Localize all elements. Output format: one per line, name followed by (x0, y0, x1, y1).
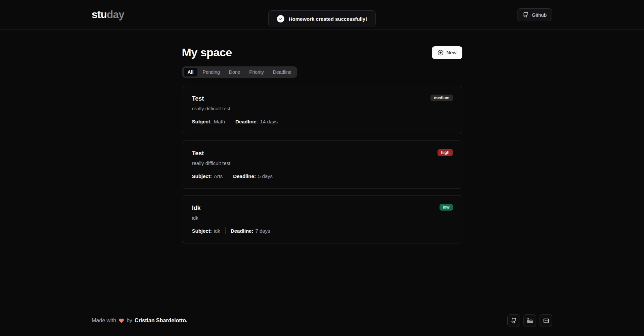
card-description: really difficult test (192, 160, 452, 166)
logo-stu: stu (92, 9, 107, 20)
subject-label: Subject: (192, 119, 212, 124)
deadline-value: 5 days (258, 173, 273, 179)
meta-separator (228, 173, 228, 179)
mail-icon (543, 318, 549, 324)
meta-separator (225, 227, 226, 234)
linkedin-link-button[interactable] (523, 314, 536, 327)
priority-badge: high (438, 149, 453, 156)
card-description: really difficult test (192, 106, 452, 112)
priority-badge: medium (430, 95, 453, 101)
subject-value: Arts (214, 173, 223, 179)
homework-card[interactable]: Idk idk Subject: idk Deadline: 7 days lo… (182, 195, 462, 243)
tab-done[interactable]: Done (225, 68, 244, 76)
github-icon (523, 12, 529, 18)
check-circle-icon (277, 15, 284, 22)
priority-badge: low (440, 204, 453, 211)
logo[interactable]: studay (92, 9, 124, 21)
new-homework-button[interactable]: New (432, 46, 462, 59)
plus-circle-icon (438, 50, 444, 56)
github-link-button[interactable] (507, 314, 520, 327)
main-content: My space New All Pending Done Priority D… (182, 30, 462, 243)
mail-link-button[interactable] (540, 314, 552, 327)
card-description: idk (192, 215, 452, 221)
github-icon (511, 318, 517, 324)
footer-credit: Made with by Cristian Sbardelotto. (92, 318, 187, 324)
card-title: Idk (192, 204, 452, 212)
github-button-label: Github (532, 12, 547, 18)
made-with-text: Made with (92, 318, 116, 324)
tab-pending[interactable]: Pending (198, 68, 224, 76)
deadline-value: 7 days (255, 228, 270, 234)
filter-tabs: All Pending Done Priority Deadline (182, 66, 297, 78)
footer: Made with by Cristian Sbardelotto. (0, 305, 644, 336)
by-text: by (127, 318, 132, 324)
header: studay Homework created successfully! Gi… (0, 0, 644, 30)
subject-label: Subject: (192, 228, 212, 234)
deadline-label: Deadline: (231, 228, 254, 234)
meta-separator (230, 118, 230, 125)
homework-card[interactable]: Test really difficult test Subject: Math… (182, 86, 462, 134)
deadline-label: Deadline: (235, 119, 258, 124)
card-title: Test (192, 150, 452, 157)
toast-message: Homework created successfully! (289, 16, 367, 22)
tab-all[interactable]: All (184, 68, 198, 76)
subject-value: idk (214, 228, 220, 234)
author-link[interactable]: Cristian Sbardelotto. (135, 318, 187, 324)
logo-day: day (107, 9, 124, 20)
linkedin-icon (527, 318, 533, 324)
deadline-label: Deadline: (233, 173, 256, 179)
homework-list: Test really difficult test Subject: Math… (182, 86, 462, 243)
card-title: Test (192, 95, 452, 102)
tab-deadline[interactable]: Deadline (269, 68, 295, 76)
new-button-label: New (446, 50, 456, 55)
social-links (507, 314, 552, 327)
homework-card[interactable]: Test really difficult test Subject: Arts… (182, 141, 462, 189)
page-title: My space (182, 46, 232, 59)
tab-priority[interactable]: Priority (245, 68, 268, 76)
heart-icon (119, 318, 124, 324)
github-button[interactable]: Github (517, 8, 552, 21)
subject-value: Math (214, 119, 225, 124)
toast-notification: Homework created successfully! (268, 10, 376, 27)
subject-label: Subject: (192, 173, 212, 179)
deadline-value: 14 days (260, 119, 278, 124)
